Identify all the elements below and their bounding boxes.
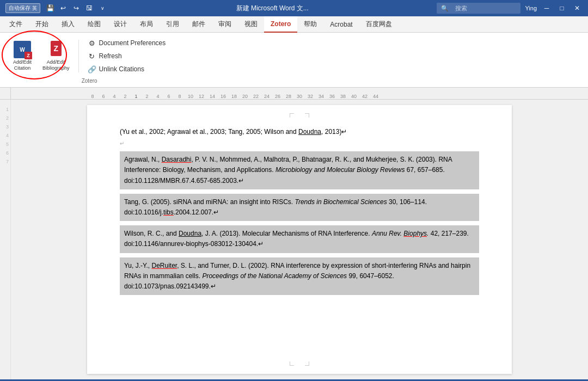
tab-view[interactable]: 视图 [238,16,264,33]
margin-indicators [290,113,309,118]
ruler-mark: 8 [174,94,185,99]
ruler-mark: 12 [196,94,207,99]
ruler-mark: 44 [370,94,381,99]
ruler-mark: 16 [218,94,229,99]
line-num: 6 [6,149,9,157]
search-input[interactable] [451,4,516,13]
margin-indicators-bottom [290,361,309,366]
main-area: 1 2 3 4 5 6 7 (Yu et al., 2002; Agrawal … [0,100,588,379]
window-maximize[interactable]: □ [556,3,567,14]
tab-review[interactable]: 审阅 [212,16,238,33]
ref-1-text: Agrawal, N., Dasaradhi, P. V. N., Mohmme… [124,156,452,184]
username: Ying [525,5,537,11]
add-edit-bibliography-label: Add/EditBibliography [42,59,70,71]
add-edit-bibliography-button[interactable]: Z Add/EditBibliography [38,39,74,73]
preferences-icon: ⚙ [88,39,96,47]
ruler-mark: 2 [142,94,152,99]
para-mark: ↵ [120,140,124,146]
reference-4: Yu, J.-Y., DeRuiter, S. L., and Turner, … [120,257,479,296]
tab-references[interactable]: 引用 [160,16,186,33]
tab-draw[interactable]: 绘图 [81,16,107,33]
refresh-button[interactable]: ↻ Refresh [83,50,170,62]
refresh-label: Refresh [99,52,122,60]
tab-file[interactable]: 文件 [3,16,29,33]
tab-design[interactable]: 设计 [107,16,133,33]
ruler-mark: 30 [294,94,305,99]
unlink-citations-button[interactable]: 🔗 Unlink Citations [83,63,170,75]
autosave-toggle[interactable]: 🖫 [84,3,95,14]
ruler-mark: 4 [152,94,163,99]
ruler-marks: 8 6 4 2 1 2 4 6 8 10 12 14 16 18 20 22 2… [11,88,588,99]
zotero-group-label: Zotero [4,78,174,84]
line-num: 7 [6,157,9,166]
document-title: 新建 Microsoft Word 文... [236,4,309,13]
ruler-mark: 28 [283,94,294,99]
tab-help[interactable]: 帮助 [297,16,323,33]
reference-1: Agrawal, N., Dasaradhi, P. V. N., Mohmme… [120,151,479,189]
line-num: 4 [6,131,9,140]
word-icon: W Z [14,41,31,58]
ruler-mark: 8 [87,94,98,99]
tab-insert[interactable]: 插入 [55,16,81,33]
ruler-mark: 38 [338,94,348,99]
window-minimize[interactable]: ─ [541,3,552,14]
ref-3-text: Wilson, R. C., and Doudna, J. A. (2013).… [124,230,469,248]
undo-button[interactable]: ↩ [58,3,69,14]
document-preferences-label: Document Preferences [99,39,166,47]
ruler-mark: 42 [359,94,370,99]
reference-3: Wilson, R. C., and Doudna, J. A. (2013).… [120,225,479,253]
citation-icon: W Z [14,41,31,58]
zotero-group: W Z Add/EditCitation Z [4,35,174,85]
redo-button[interactable]: ↪ [71,3,82,14]
tab-layout[interactable]: 布局 [133,16,160,33]
ruler-margin-left [0,88,11,99]
save-button[interactable]: 💾 [45,3,56,14]
tab-acrobat[interactable]: Acrobat [323,16,359,33]
autosave-lang: 英 [32,5,37,12]
line-num: 5 [6,140,9,149]
ribbon-content: W Z Add/EditCitation Z [0,33,588,87]
ruler-mark: 32 [305,94,316,99]
ruler-mark: 40 [348,94,359,99]
title-bar-right: 🔍 Ying ─ □ ✕ [437,3,583,14]
more-button[interactable]: ∨ [97,3,108,14]
zotero-small-buttons: ⚙ Document Preferences ↻ Refresh 🔗 Unlin… [83,37,170,75]
ruler-mark: 20 [240,94,250,99]
ruler-main: 8 6 4 2 1 2 4 6 8 10 12 14 16 18 20 22 2… [11,88,588,99]
search-icon: 🔍 [441,5,449,12]
document-page[interactable]: (Yu et al., 2002; Agrawal et al., 2003; … [87,105,512,374]
tab-home[interactable]: 开始 [29,16,55,33]
corner-tl [290,113,294,118]
ruler: 8 6 4 2 1 2 4 6 8 10 12 14 16 18 20 22 2… [0,88,588,100]
corner-bl [290,361,294,366]
tab-zotero[interactable]: Zotero [264,16,297,33]
sidebar: 1 2 3 4 5 6 7 [0,100,11,379]
ruler-mark: 26 [272,94,283,99]
document-preferences-button[interactable]: ⚙ Document Preferences [83,37,170,49]
title-bar: 自动保存 英 💾 ↩ ↪ 🖫 ∨ 新建 Microsoft Word 文... … [0,0,588,16]
tab-baidu[interactable]: 百度网盘 [359,16,399,33]
unlink-citations-label: Unlink Citations [99,65,144,73]
line-num: 2 [6,114,9,122]
ruler-mark: 36 [327,94,338,99]
title-bar-left: 自动保存 英 💾 ↩ ↪ 🖫 ∨ [5,3,108,14]
ruler-mark: 6 [163,94,174,99]
add-edit-citation-button[interactable]: W Z Add/EditCitation [9,39,36,73]
autosave-label: 自动保存 [9,4,30,12]
ruler-mark: 34 [316,94,327,99]
unlink-icon: 🔗 [88,65,96,73]
empty-para: ↵ [120,139,479,147]
ref-4-text: Yu, J.-Y., DeRuiter, S. L., and Turner, … [124,262,470,290]
tab-mailings[interactable]: 邮件 [186,16,212,33]
window-close[interactable]: ✕ [572,3,583,14]
refresh-icon: ↻ [88,52,96,60]
ruler-mark: 6 [98,94,109,99]
ribbon-divider [78,40,79,72]
ruler-mark: 10 [185,94,196,99]
line-num: 3 [6,122,9,131]
bibliography-icon: Z [47,41,65,58]
search-container: 🔍 [437,3,520,14]
ruler-mark: 24 [261,94,272,99]
corner-br [305,361,309,366]
autosave-badge[interactable]: 自动保存 英 [5,3,40,13]
